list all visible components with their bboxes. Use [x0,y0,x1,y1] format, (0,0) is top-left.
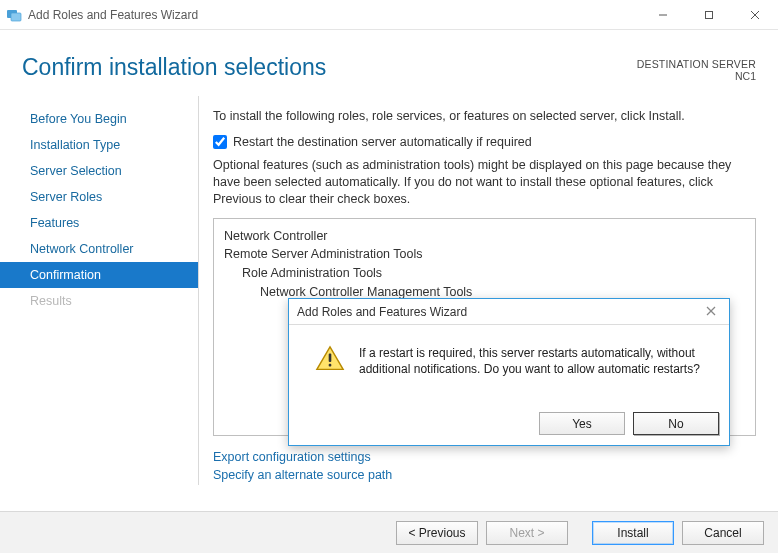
dialog-close-icon[interactable] [701,305,721,319]
nav-results: Results [0,288,198,314]
svg-rect-3 [706,11,713,18]
destination-name: NC1 [637,70,756,82]
page-header: Confirm installation selections DESTINAT… [0,30,778,82]
previous-button[interactable]: < Previous [396,521,478,545]
restart-checkbox-row: Restart the destination server automatic… [213,135,756,149]
dialog-titlebar: Add Roles and Features Wizard [289,299,729,325]
window-controls [640,0,778,29]
alternate-source-link[interactable]: Specify an alternate source path [213,466,756,485]
nav-server-roles[interactable]: Server Roles [0,184,198,210]
destination-server: DESTINATION SERVER NC1 [637,54,756,82]
nav-features[interactable]: Features [0,210,198,236]
config-links: Export configuration settings Specify an… [213,448,756,486]
wizard-footer: < Previous Next > Install Cancel [0,511,778,553]
intro-text: To install the following roles, role ser… [213,108,756,125]
nav-installation-type[interactable]: Installation Type [0,132,198,158]
install-button[interactable]: Install [592,521,674,545]
dialog-buttons: Yes No [539,412,719,435]
svg-rect-1 [11,13,21,21]
restart-checkbox-label: Restart the destination server automatic… [233,135,532,149]
feature-item: Remote Server Administration Tools [224,245,745,264]
maximize-button[interactable] [686,0,732,29]
window-titlebar: Add Roles and Features Wizard [0,0,778,30]
nav-confirmation[interactable]: Confirmation [0,262,198,288]
optional-note: Optional features (such as administratio… [213,157,756,208]
next-button: Next > [486,521,568,545]
app-icon [6,7,22,23]
svg-rect-10 [329,364,332,367]
wizard-nav: Before You Begin Installation Type Serve… [0,96,198,485]
feature-item: Role Administration Tools [224,264,745,283]
nav-network-controller[interactable]: Network Controller [0,236,198,262]
feature-item: Network Controller [224,227,745,246]
destination-label: DESTINATION SERVER [637,58,756,70]
no-button[interactable]: No [633,412,719,435]
minimize-button[interactable] [640,0,686,29]
nav-before-you-begin[interactable]: Before You Begin [0,106,198,132]
yes-button[interactable]: Yes [539,412,625,435]
dialog-body: If a restart is required, this server re… [289,325,729,377]
restart-confirm-dialog: Add Roles and Features Wizard If a resta… [288,298,730,446]
nav-server-selection[interactable]: Server Selection [0,158,198,184]
cancel-button[interactable]: Cancel [682,521,764,545]
page-title: Confirm installation selections [22,54,326,82]
window-title: Add Roles and Features Wizard [28,8,640,22]
warning-icon [315,345,345,373]
svg-rect-9 [329,353,332,361]
dialog-title: Add Roles and Features Wizard [297,305,701,319]
dialog-message: If a restart is required, this server re… [359,345,709,377]
close-button[interactable] [732,0,778,29]
export-config-link[interactable]: Export configuration settings [213,448,756,467]
restart-checkbox[interactable] [213,135,227,149]
